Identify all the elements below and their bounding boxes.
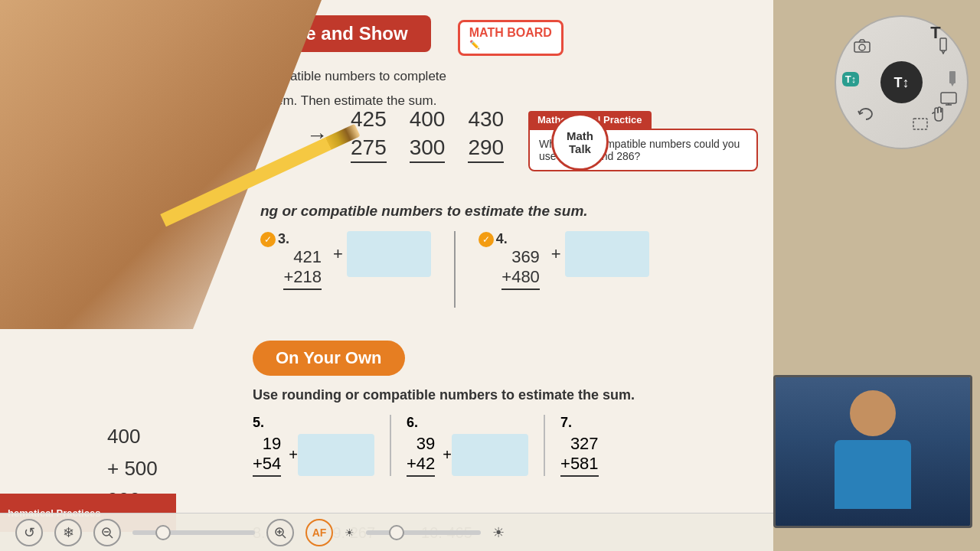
answer-input-6[interactable]	[452, 434, 528, 476]
answer-input-4[interactable]	[565, 231, 649, 277]
number-set-col2: 400 300	[410, 107, 446, 163]
zoom-in-icon	[274, 527, 286, 539]
brightness-low-icon: ☀	[345, 527, 354, 539]
check-icon-3: ✓	[260, 232, 276, 247]
zoom-thumb[interactable]	[155, 525, 171, 540]
camera-icon	[854, 39, 871, 53]
palette-center-button[interactable]: T↕	[880, 61, 923, 103]
webcam-face	[776, 377, 970, 526]
hand-icon	[931, 106, 945, 122]
brightness-thumb[interactable]	[389, 525, 404, 540]
teal-select-icon: T↕	[842, 72, 859, 86]
math-stack-3: 421 +218	[260, 247, 322, 290]
camera-tool[interactable]	[850, 34, 874, 58]
rectangle-tool[interactable]	[908, 112, 933, 136]
number-set-col3: 430 290	[468, 107, 504, 163]
on-your-own-problems: 5. 19 +54 + 6. 39 +42	[253, 415, 766, 477]
snowflake-button[interactable]: ❄	[54, 519, 82, 546]
math-board-badge: MATH BOARD ✏️	[458, 20, 564, 56]
undo-tool[interactable]	[853, 102, 877, 126]
person-body	[835, 440, 911, 509]
problem-7: 7. 327 +581	[560, 415, 599, 477]
tool-palette: T↕ T T↕	[835, 15, 972, 153]
problems-grid: ✓ 3. 421 +218 + ✓	[260, 231, 766, 308]
plus-4: +	[551, 244, 561, 264]
refresh-button[interactable]: ↺	[15, 519, 43, 546]
bottom-toolbar: ↺ ❄ AF ☀	[0, 513, 773, 551]
person-silhouette	[827, 390, 919, 513]
svg-rect-10	[949, 71, 956, 83]
zoom-in-button[interactable]	[266, 519, 294, 546]
plus-5: +	[289, 446, 298, 464]
plus-6: +	[443, 446, 452, 464]
problem-4-box: ✓ 4. 369 +480 +	[479, 231, 649, 308]
divider-6-7	[544, 415, 545, 476]
answer-input-5[interactable]	[298, 434, 374, 476]
zoom-out-icon	[101, 527, 113, 539]
math-stack-4: 369 +480	[479, 247, 540, 290]
marker-icon	[946, 70, 959, 87]
svg-point-8	[859, 44, 865, 51]
divider-5-6	[390, 415, 391, 476]
brightness-slider[interactable]	[366, 530, 481, 535]
on-your-own-button: On Your Own	[253, 341, 405, 376]
svg-line-1	[109, 535, 113, 538]
pen-tool[interactable]	[931, 34, 956, 58]
estimate-title: ng or compatible numbers to estimate the…	[260, 203, 766, 220]
estimate-section: ng or compatible numbers to estimate the…	[260, 203, 766, 308]
svg-rect-9	[940, 38, 946, 51]
instructions-line1: apatible numbers to complete	[276, 67, 773, 86]
brightness-high-icon: ☀	[492, 524, 505, 541]
zoom-out-button[interactable]	[93, 519, 121, 546]
undo-icon	[857, 107, 874, 121]
on-your-own-title: Use rounding or compatible numbers to es…	[253, 387, 766, 403]
textbook-page: re and Show MATH BOARD ✏️ apatible numbe…	[0, 0, 773, 551]
rectangle-icon	[912, 117, 929, 131]
highlight-tool[interactable]: T↕	[838, 67, 863, 91]
problem-5: 5. 19 +54 +	[253, 415, 374, 477]
on-your-own-section: On Your Own Use rounding or compatible n…	[253, 341, 766, 477]
problem-3-box: ✓ 3. 421 +218 +	[260, 231, 431, 308]
palette-circle: T↕ T T↕	[835, 15, 969, 149]
check-icon-4: ✓	[479, 232, 494, 247]
pen-icon	[936, 37, 950, 54]
af-button[interactable]: AF	[305, 519, 333, 546]
webcam-overlay	[773, 375, 972, 528]
math-talk-circle: Math Talk	[551, 113, 609, 171]
plus-3: +	[333, 244, 343, 264]
problem-divider	[454, 231, 456, 308]
answer-input-3[interactable]	[347, 231, 431, 277]
svg-line-4	[283, 535, 286, 538]
center-icon: T↕	[894, 76, 910, 90]
svg-rect-14	[913, 119, 927, 129]
share-show-section: re and Show MATH BOARD ✏️ apatible numbe…	[276, 15, 773, 116]
problem-6: 6. 39 +42 +	[407, 415, 528, 477]
person-head	[850, 390, 896, 436]
zoom-slider[interactable]	[132, 530, 255, 535]
